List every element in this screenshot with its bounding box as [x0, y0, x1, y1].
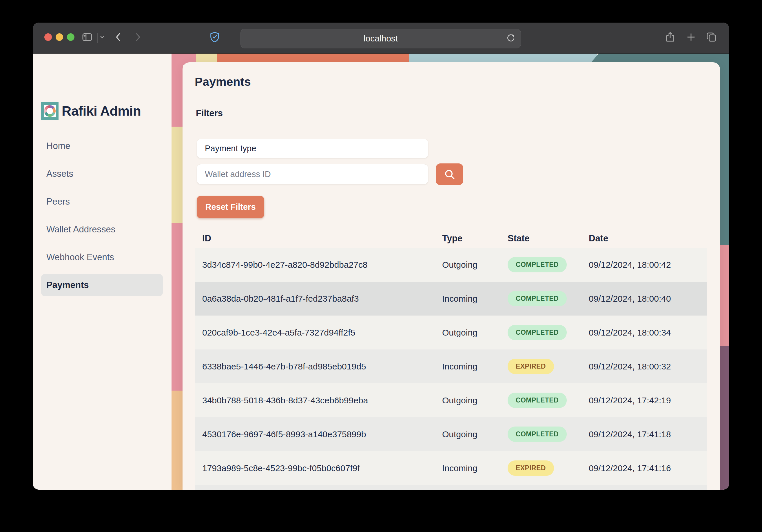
payment-id: 1793a989-5c8e-4523-99bc-f05b0c607f9f: [195, 463, 435, 473]
deco-left-strip-pink1: [172, 54, 183, 127]
status-badge: COMPLETED: [508, 257, 567, 272]
table-row[interactable]: 6338bae5-1446-4e7b-b78f-ad985eb019d5 Inc…: [195, 349, 707, 383]
table-row[interactable]: 4530176e-9697-46f5-8993-a140e375899b Out…: [195, 417, 707, 451]
main-content: Payments Filters Payment type Reset Filt…: [183, 62, 720, 490]
status-badge: COMPLETED: [508, 426, 567, 442]
deco-left-strip-cream: [172, 127, 183, 223]
column-header-state: State: [500, 233, 581, 244]
forward-button[interactable]: [132, 31, 143, 43]
sidebar-item-wallet-addresses[interactable]: Wallet Addresses: [41, 218, 163, 241]
payment-date: 09/12/2024, 18:00:42: [581, 260, 707, 270]
table-row[interactable]: 020caf9b-1ce3-42e4-a5fa-7327d94ff2f5 Out…: [195, 316, 707, 349]
browser-toolbar: localhost: [33, 23, 729, 54]
sidebar-item-peers[interactable]: Peers: [41, 190, 163, 213]
payment-type: Outgoing: [435, 260, 500, 270]
payment-type: Outgoing: [435, 396, 500, 405]
payment-type: Outgoing: [435, 429, 500, 439]
search-icon: [443, 168, 456, 181]
sidebar-item-assets[interactable]: Assets: [41, 163, 163, 185]
zoom-button[interactable]: [67, 33, 74, 41]
payment-id: 6338bae5-1446-4e7b-b78f-ad985eb019d5: [195, 362, 435, 371]
deco-left-strip-pink2: [172, 223, 183, 391]
share-icon[interactable]: [664, 31, 676, 43]
sidebar-item-label: Payments: [46, 280, 89, 290]
status-badge: EXPIRED: [508, 359, 554, 374]
page-title: Payments: [195, 75, 251, 89]
sidebar-item-home[interactable]: Home: [41, 135, 163, 157]
sidebar-item-label: Wallet Addresses: [46, 224, 115, 235]
brand-title: Rafiki Admin: [62, 102, 141, 120]
payment-type-value: Payment type: [205, 144, 256, 153]
payment-type-select[interactable]: Payment type: [197, 139, 428, 158]
sidebar-item-label: Assets: [46, 169, 73, 179]
back-button[interactable]: [113, 31, 124, 43]
sidebar-nav: Home Assets Peers Wallet Addresses Webho…: [41, 135, 163, 302]
table-row[interactable]: 0a6a38da-0b20-481f-a1f7-fed237ba8af3 Inc…: [195, 282, 707, 316]
rafiki-logo-icon: [41, 102, 58, 120]
payment-id: 0a6a38da-0b20-481f-a1f7-fed237ba8af3: [195, 294, 435, 304]
payment-date: 09/12/2024, 17:41:18: [581, 429, 707, 439]
reset-filters-button[interactable]: Reset Filters: [197, 196, 264, 218]
payment-date: 09/12/2024, 17:42:19: [581, 396, 707, 405]
sidebar-toggle-icon[interactable]: [81, 31, 93, 43]
status-badge: COMPLETED: [508, 325, 567, 340]
filters-heading: Filters: [196, 108, 223, 118]
sidebar-item-label: Webhook Events: [46, 252, 114, 263]
payment-id: 34b0b788-5018-436b-8d37-43ceb6b99eba: [195, 396, 435, 405]
address-bar[interactable]: localhost: [241, 29, 521, 48]
new-tab-icon[interactable]: [685, 31, 697, 43]
payment-id: 4530176e-9697-46f5-8993-a140e375899b: [195, 429, 435, 439]
status-badge: COMPLETED: [508, 393, 567, 408]
table-row[interactable]: 1793a989-5c8e-4523-99bc-f05b0c607f9f Inc…: [195, 451, 707, 485]
column-header-type: Type: [435, 233, 500, 244]
payment-id: 020caf9b-1ce3-42e4-a5fa-7327d94ff2f5: [195, 328, 435, 338]
sidebar-item-label: Peers: [46, 196, 70, 207]
table-body: 3d34c874-99b0-4e27-a820-8d92bdba27c8 Out…: [195, 248, 707, 485]
payment-type: Incoming: [435, 463, 500, 473]
sidebar: Rafiki Admin Home Assets Peers Wallet Ad…: [33, 54, 172, 490]
table-row-partial: [195, 485, 707, 490]
sidebar-item-label: Home: [46, 141, 70, 151]
tab-overview-icon[interactable]: [706, 31, 717, 43]
column-header-date: Date: [581, 233, 707, 244]
column-header-id: ID: [195, 233, 435, 244]
payment-date: 09/12/2024, 17:41:16: [581, 463, 707, 473]
url-text: localhost: [364, 34, 398, 43]
payments-table: ID Type State Date 3d34c874-99b0-4e27-a8…: [195, 229, 707, 490]
payment-date: 09/12/2024, 18:00:34: [581, 328, 707, 338]
deco-left-strip-tan: [172, 391, 183, 490]
browser-window: localhost Rafiki Admin Home Assets Peers…: [33, 23, 729, 490]
payment-date: 09/12/2024, 18:00:40: [581, 294, 707, 304]
wallet-address-input[interactable]: [197, 164, 428, 184]
chevron-down-icon[interactable]: [98, 31, 107, 43]
payment-type: Incoming: [435, 362, 500, 371]
refresh-icon[interactable]: [505, 33, 517, 44]
payment-type: Outgoing: [435, 328, 500, 338]
table-row[interactable]: 34b0b788-5018-436b-8d37-43ceb6b99eba Out…: [195, 383, 707, 417]
close-button[interactable]: [44, 33, 52, 41]
status-badge: COMPLETED: [508, 291, 567, 306]
table-header: ID Type State Date: [195, 229, 707, 248]
payment-type: Incoming: [435, 294, 500, 304]
status-badge: EXPIRED: [508, 460, 554, 476]
sidebar-item-payments[interactable]: Payments: [41, 274, 163, 296]
table-row[interactable]: 3d34c874-99b0-4e27-a820-8d92bdba27c8 Out…: [195, 248, 707, 282]
sidebar-item-webhook-events[interactable]: Webhook Events: [41, 246, 163, 268]
privacy-shield-icon[interactable]: [209, 31, 220, 43]
minimize-button[interactable]: [56, 33, 63, 41]
payment-date: 09/12/2024, 18:00:32: [581, 362, 707, 371]
search-button[interactable]: [436, 163, 463, 185]
payment-id: 3d34c874-99b0-4e27-a820-8d92bdba27c8: [195, 260, 435, 270]
